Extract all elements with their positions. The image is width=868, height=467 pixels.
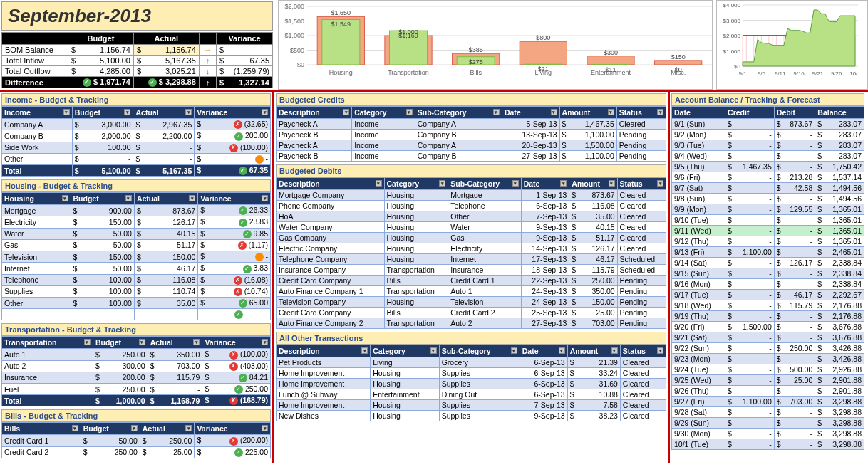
table-row[interactable]: Home ImprovementHousingSupplies6-Sep-13$… bbox=[277, 379, 666, 389]
filter-dropdown-icon[interactable] bbox=[430, 347, 437, 354]
table-row[interactable]: 10/1 (Tue)$-$-$3,298.88 bbox=[672, 439, 864, 450]
filter-dropdown-icon[interactable] bbox=[63, 109, 70, 115]
column-header[interactable]: Amount bbox=[569, 178, 617, 190]
table-row[interactable]: 9/20 (Fri)$1,500.00$-$3,676.88 bbox=[672, 322, 864, 332]
table-row[interactable]: Home ImprovementHousingSupplies7-Sep-13$… bbox=[277, 400, 666, 411]
table-row[interactable]: Credit Card CompanyBillsCredit Card 122-… bbox=[277, 276, 666, 286]
column-header[interactable]: Actual bbox=[134, 193, 197, 205]
column-header[interactable]: Date bbox=[672, 107, 725, 119]
table-row[interactable]: Internet$50.00$46.17✓ $3.83 bbox=[2, 263, 271, 274]
column-header[interactable]: Sub-Category bbox=[415, 107, 502, 119]
column-header[interactable]: Budget bbox=[72, 107, 133, 119]
column-header[interactable]: Bills bbox=[2, 423, 81, 435]
table-row[interactable]: 9/28 (Sat)$-$-$3,298.88 bbox=[672, 407, 864, 418]
table-row[interactable]: 9/24 (Tue)$-$500.00$2,926.88 bbox=[672, 364, 864, 375]
filter-dropdown-icon[interactable] bbox=[189, 195, 195, 201]
table-row[interactable]: Phone CompanyHousingTelephone6-Sep-13$11… bbox=[277, 201, 666, 211]
table-row[interactable]: 9/12 (Thu)$-$-$1,365.01 bbox=[672, 236, 864, 247]
filter-dropdown-icon[interactable] bbox=[560, 180, 567, 187]
column-header[interactable]: Category bbox=[352, 107, 415, 119]
table-row[interactable]: Insurance CompanyTransportationInsurance… bbox=[277, 265, 666, 276]
table-row[interactable]: 9/9 (Mon)$-$129.55$1,365.01 bbox=[672, 204, 864, 215]
column-header[interactable]: Sub-Category bbox=[439, 345, 520, 357]
table-row[interactable]: 9/10 (Tue)$-$-$1,365.01 bbox=[672, 215, 864, 226]
table-row[interactable]: Television CompanyHousingTelevision24-Se… bbox=[277, 297, 666, 308]
table-row[interactable]: Supplies$100.00$110.74✗ $(10.74) bbox=[2, 285, 271, 297]
table-row[interactable]: 9/15 (Sun)$-$-$2,338.84 bbox=[672, 268, 864, 279]
table-row[interactable]: Telephone$100.00$116.08✗ $(16.08) bbox=[2, 274, 271, 285]
filter-dropdown-icon[interactable] bbox=[185, 425, 192, 431]
table-row[interactable]: Fuel$250.00$-✓ $250.00 bbox=[2, 384, 271, 395]
table-row[interactable]: 9/11 (Wed)$-$-$1,365.01 bbox=[672, 226, 864, 236]
filter-dropdown-icon[interactable] bbox=[608, 109, 614, 115]
filter-dropdown-icon[interactable] bbox=[493, 109, 500, 115]
table-row[interactable]: Electricity$150.00$126.17✓ $23.83 bbox=[2, 216, 271, 228]
table-row[interactable]: 9/8 (Sun)$-$-$1,494.56 bbox=[672, 194, 864, 204]
filter-dropdown-icon[interactable] bbox=[406, 109, 413, 115]
table-row[interactable]: 9/2 (Mon)$-$-$283.07 bbox=[672, 130, 864, 140]
column-header[interactable]: Date bbox=[520, 345, 567, 357]
table-row[interactable]: Paycheck AIncomeCompany A5-Sep-13$1,467.… bbox=[277, 119, 666, 130]
table-row[interactable]: Electric CompanyHousingElectricity14-Sep… bbox=[277, 243, 666, 254]
filter-dropdown-icon[interactable] bbox=[131, 425, 138, 431]
table-row[interactable]: 9/5 (Thu)$1,467.35$-$1,750.42 bbox=[672, 162, 864, 172]
filter-dropdown-icon[interactable] bbox=[551, 109, 557, 115]
table-row[interactable]: Auto Finance Company 1TransportationAuto… bbox=[277, 286, 666, 297]
table-row[interactable]: 9/16 (Mon)$-$-$2,338.84 bbox=[672, 279, 864, 290]
filter-dropdown-icon[interactable] bbox=[193, 339, 200, 345]
column-header[interactable]: Transportation bbox=[2, 337, 93, 349]
column-header[interactable]: Variance bbox=[202, 337, 271, 349]
table-row[interactable]: Gas CompanyHousingGas9-Sep-13$51.17Clear… bbox=[277, 233, 666, 243]
filter-dropdown-icon[interactable] bbox=[125, 195, 132, 201]
table-row[interactable]: Auto 2$300.00$703.00✗ $(403.00) bbox=[2, 360, 271, 372]
table-row[interactable]: Company B$2,000.00$2,200.00✓ $200.00 bbox=[2, 130, 271, 142]
filter-dropdown-icon[interactable] bbox=[361, 347, 368, 354]
table-row[interactable]: Home ImprovementHousingSupplies6-Sep-13$… bbox=[277, 368, 666, 379]
table-row[interactable]: 9/18 (Wed)$-$115.79$2,176.88 bbox=[672, 300, 864, 311]
table-row[interactable]: Credit Card 2$250.00$25.00✓ $225.00 bbox=[2, 446, 271, 458]
column-header[interactable]: Status bbox=[617, 178, 666, 190]
filter-dropdown-icon[interactable] bbox=[657, 109, 663, 115]
filter-dropdown-icon[interactable] bbox=[124, 109, 130, 115]
table-row[interactable]: Company A$3,000.00$2,967.35✗ $(32.65) bbox=[2, 119, 271, 130]
filter-dropdown-icon[interactable] bbox=[185, 109, 192, 115]
table-row[interactable]: 9/30 (Mon)$-$-$3,298.88 bbox=[672, 429, 864, 439]
column-header[interactable]: Income bbox=[2, 107, 73, 119]
table-row[interactable]: 9/26 (Thu)$-$-$2,901.88 bbox=[672, 386, 864, 397]
table-row[interactable]: 9/23 (Mon)$-$-$3,426.88 bbox=[672, 354, 864, 364]
column-header[interactable]: Date bbox=[502, 107, 559, 119]
table-row[interactable]: Television$150.00$150.00! $- bbox=[2, 251, 271, 263]
column-header[interactable]: Budget bbox=[81, 423, 140, 435]
table-row[interactable]: Credit Card 1$50.00$250.00✗ $(200.00) bbox=[2, 435, 271, 446]
table-row[interactable]: Mortgage$900.00$873.67✓ $26.33 bbox=[2, 205, 271, 216]
column-header[interactable]: Actual bbox=[133, 107, 195, 119]
filter-dropdown-icon[interactable] bbox=[439, 180, 445, 187]
table-row[interactable]: Lunch @ SubwayEntertainmentDining Out6-S… bbox=[277, 389, 666, 400]
table-row[interactable]: 9/19 (Thu)$-$-$2,176.88 bbox=[672, 311, 864, 322]
table-row[interactable]: 9/4 (Wed)$-$-$283.07 bbox=[672, 151, 864, 162]
table-row[interactable]: 9/7 (Sat)$-$42.58$1,494.56 bbox=[672, 183, 864, 194]
column-header[interactable]: Budget bbox=[93, 337, 148, 349]
table-row[interactable]: 9/17 (Tue)$-$46.17$2,292.67 bbox=[672, 290, 864, 300]
filter-dropdown-icon[interactable] bbox=[512, 180, 519, 187]
column-header[interactable]: Variance bbox=[195, 423, 271, 435]
table-row[interactable]: Water$50.00$40.15✓ $9.85 bbox=[2, 228, 271, 239]
column-header[interactable]: Date bbox=[521, 178, 569, 190]
filter-dropdown-icon[interactable] bbox=[139, 339, 145, 345]
filter-dropdown-icon[interactable] bbox=[376, 180, 382, 187]
table-row[interactable]: 9/29 (Sun)$-$-$3,298.88 bbox=[672, 418, 864, 429]
column-header[interactable]: Actual bbox=[148, 337, 202, 349]
filter-dropdown-icon[interactable] bbox=[657, 347, 663, 354]
table-row[interactable]: 9/6 (Fri)$-$213.28$1,537.14 bbox=[672, 172, 864, 183]
table-row[interactable]: Credit Card CompanyBillsCredit Card 225-… bbox=[277, 308, 666, 318]
column-header[interactable]: Credit bbox=[725, 107, 775, 119]
table-row[interactable]: New DishesHousingSupplies9-Sep-13$38.23C… bbox=[277, 411, 666, 421]
table-row[interactable]: Other$-$-! $- bbox=[2, 153, 271, 164]
column-header[interactable]: Variance bbox=[198, 193, 271, 205]
table-row[interactable]: 9/25 (Wed)$-$25.00$2,901.88 bbox=[672, 375, 864, 386]
filter-dropdown-icon[interactable] bbox=[72, 425, 78, 431]
table-row[interactable]: Water CompanyHousingWater9-Sep-13$40.15C… bbox=[277, 222, 666, 233]
table-row[interactable]: Insurance$200.00$115.79✓ $84.21 bbox=[2, 372, 271, 383]
filter-dropdown-icon[interactable] bbox=[262, 339, 268, 345]
column-header[interactable]: Debit bbox=[774, 107, 815, 119]
